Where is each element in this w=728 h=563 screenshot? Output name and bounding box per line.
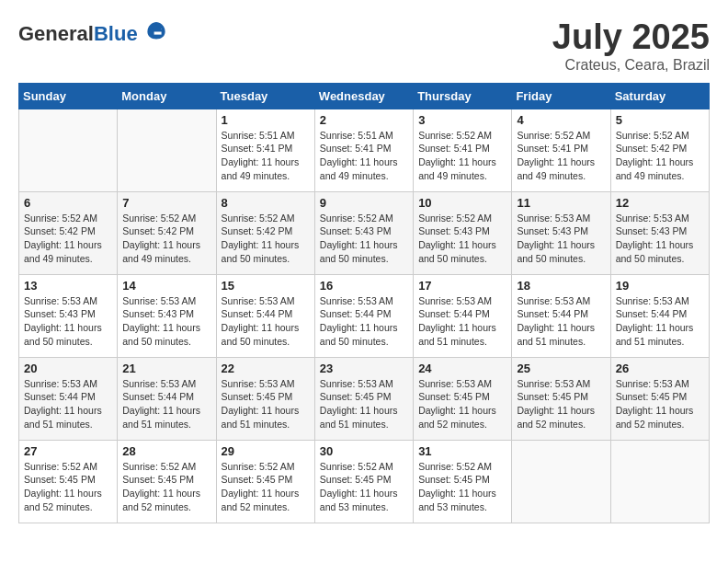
day-cell: 25Sunrise: 5:53 AM Sunset: 5:45 PM Dayli… [512,357,610,440]
day-number: 1 [222,113,310,127]
day-number: 29 [222,444,310,458]
day-number: 7 [122,196,210,210]
day-number: 9 [320,196,408,210]
day-info: Sunrise: 5:53 AM Sunset: 5:45 PM Dayligh… [320,377,408,431]
day-cell: 23Sunrise: 5:53 AM Sunset: 5:45 PM Dayli… [314,357,413,440]
day-cell: 29Sunrise: 5:52 AM Sunset: 5:45 PM Dayli… [216,440,314,523]
day-info: Sunrise: 5:53 AM Sunset: 5:44 PM Dayligh… [616,294,704,349]
day-header-friday: Friday [512,83,610,109]
day-info: Sunrise: 5:53 AM Sunset: 5:45 PM Dayligh… [222,377,310,431]
logo-icon [145,18,167,40]
page-header: GeneralBlue July 2025 Crateus, Ceara, Br… [18,18,710,74]
month-title: July 2025 [552,18,710,57]
day-cell: 13Sunrise: 5:53 AM Sunset: 5:43 PM Dayli… [19,274,118,357]
day-info: Sunrise: 5:51 AM Sunset: 5:41 PM Dayligh… [320,129,408,183]
day-cell: 26Sunrise: 5:53 AM Sunset: 5:45 PM Dayli… [610,357,709,440]
day-info: Sunrise: 5:52 AM Sunset: 5:45 PM Dayligh… [24,460,112,514]
week-row-5: 27Sunrise: 5:52 AM Sunset: 5:45 PM Dayli… [19,440,710,523]
day-cell: 9Sunrise: 5:52 AM Sunset: 5:43 PM Daylig… [314,191,413,274]
day-number: 23 [320,362,408,375]
day-number: 12 [616,196,704,210]
week-row-3: 13Sunrise: 5:53 AM Sunset: 5:43 PM Dayli… [19,274,710,357]
day-number: 26 [616,362,704,375]
day-number: 17 [418,279,506,293]
day-cell: 4Sunrise: 5:52 AM Sunset: 5:41 PM Daylig… [512,109,610,191]
day-info: Sunrise: 5:52 AM Sunset: 5:41 PM Dayligh… [517,129,605,183]
day-info: Sunrise: 5:52 AM Sunset: 5:45 PM Dayligh… [418,460,506,514]
day-info: Sunrise: 5:53 AM Sunset: 5:43 PM Dayligh… [24,294,112,349]
day-number: 18 [517,279,605,293]
day-info: Sunrise: 5:52 AM Sunset: 5:45 PM Dayligh… [320,460,408,514]
day-header-monday: Monday [118,83,216,109]
day-info: Sunrise: 5:52 AM Sunset: 5:45 PM Dayligh… [122,460,210,514]
day-header-saturday: Saturday [610,83,709,109]
day-cell: 27Sunrise: 5:52 AM Sunset: 5:45 PM Dayli… [19,440,118,523]
day-number: 11 [517,196,605,210]
day-cell: 10Sunrise: 5:52 AM Sunset: 5:43 PM Dayli… [414,191,512,274]
day-cell [512,440,610,523]
day-info: Sunrise: 5:52 AM Sunset: 5:42 PM Dayligh… [616,129,704,183]
day-cell: 16Sunrise: 5:53 AM Sunset: 5:44 PM Dayli… [314,274,413,357]
day-number: 27 [24,444,112,458]
day-info: Sunrise: 5:52 AM Sunset: 5:45 PM Dayligh… [222,460,310,514]
day-info: Sunrise: 5:52 AM Sunset: 5:42 PM Dayligh… [24,212,112,266]
day-cell: 24Sunrise: 5:53 AM Sunset: 5:45 PM Dayli… [414,357,512,440]
week-row-1: 1Sunrise: 5:51 AM Sunset: 5:41 PM Daylig… [19,109,710,191]
day-number: 4 [517,113,605,127]
day-info: Sunrise: 5:53 AM Sunset: 5:44 PM Dayligh… [418,294,506,349]
day-info: Sunrise: 5:52 AM Sunset: 5:43 PM Dayligh… [418,212,506,266]
day-info: Sunrise: 5:53 AM Sunset: 5:45 PM Dayligh… [418,377,506,431]
day-cell: 12Sunrise: 5:53 AM Sunset: 5:43 PM Dayli… [610,191,709,274]
day-info: Sunrise: 5:53 AM Sunset: 5:43 PM Dayligh… [616,212,704,266]
day-cell: 6Sunrise: 5:52 AM Sunset: 5:42 PM Daylig… [19,191,118,274]
day-cell: 30Sunrise: 5:52 AM Sunset: 5:45 PM Dayli… [314,440,413,523]
day-info: Sunrise: 5:53 AM Sunset: 5:44 PM Dayligh… [24,377,112,431]
title-block: July 2025 Crateus, Ceara, Brazil [552,18,710,74]
day-info: Sunrise: 5:52 AM Sunset: 5:42 PM Dayligh… [122,212,210,266]
day-number: 31 [418,444,506,458]
day-number: 20 [24,362,112,375]
logo: GeneralBlue [18,18,167,45]
day-number: 10 [418,196,506,210]
location: Crateus, Ceara, Brazil [552,57,710,74]
day-number: 15 [222,279,310,293]
day-number: 21 [122,362,210,375]
day-info: Sunrise: 5:53 AM Sunset: 5:44 PM Dayligh… [517,294,605,349]
week-row-4: 20Sunrise: 5:53 AM Sunset: 5:44 PM Dayli… [19,357,710,440]
day-cell: 3Sunrise: 5:52 AM Sunset: 5:41 PM Daylig… [414,109,512,191]
day-cell: 1Sunrise: 5:51 AM Sunset: 5:41 PM Daylig… [216,109,314,191]
logo-general-text: General [18,22,94,45]
day-cell: 15Sunrise: 5:53 AM Sunset: 5:44 PM Dayli… [216,274,314,357]
day-number: 16 [320,279,408,293]
day-info: Sunrise: 5:53 AM Sunset: 5:44 PM Dayligh… [122,377,210,431]
day-cell [19,109,118,191]
day-number: 19 [616,279,704,293]
day-cell: 5Sunrise: 5:52 AM Sunset: 5:42 PM Daylig… [610,109,709,191]
week-row-2: 6Sunrise: 5:52 AM Sunset: 5:42 PM Daylig… [19,191,710,274]
day-header-sunday: Sunday [19,83,118,109]
calendar-table: SundayMondayTuesdayWednesdayThursdayFrid… [18,83,710,523]
day-cell: 18Sunrise: 5:53 AM Sunset: 5:44 PM Dayli… [512,274,610,357]
day-info: Sunrise: 5:53 AM Sunset: 5:43 PM Dayligh… [122,294,210,349]
day-info: Sunrise: 5:51 AM Sunset: 5:41 PM Dayligh… [222,129,310,183]
day-cell: 28Sunrise: 5:52 AM Sunset: 5:45 PM Dayli… [118,440,216,523]
day-info: Sunrise: 5:52 AM Sunset: 5:41 PM Dayligh… [418,129,506,183]
day-number: 25 [517,362,605,375]
day-cell: 7Sunrise: 5:52 AM Sunset: 5:42 PM Daylig… [118,191,216,274]
day-cell: 31Sunrise: 5:52 AM Sunset: 5:45 PM Dayli… [414,440,512,523]
logo-blue-text: Blue [94,22,138,45]
day-number: 14 [122,279,210,293]
day-number: 8 [222,196,310,210]
header-row: SundayMondayTuesdayWednesdayThursdayFrid… [19,83,710,109]
day-cell [118,109,216,191]
day-header-tuesday: Tuesday [216,83,314,109]
day-number: 22 [222,362,310,375]
day-cell: 17Sunrise: 5:53 AM Sunset: 5:44 PM Dayli… [414,274,512,357]
day-number: 24 [418,362,506,375]
day-cell: 11Sunrise: 5:53 AM Sunset: 5:43 PM Dayli… [512,191,610,274]
day-number: 5 [616,113,704,127]
day-number: 28 [122,444,210,458]
day-cell: 20Sunrise: 5:53 AM Sunset: 5:44 PM Dayli… [19,357,118,440]
day-info: Sunrise: 5:53 AM Sunset: 5:45 PM Dayligh… [616,377,704,431]
day-cell: 2Sunrise: 5:51 AM Sunset: 5:41 PM Daylig… [314,109,413,191]
